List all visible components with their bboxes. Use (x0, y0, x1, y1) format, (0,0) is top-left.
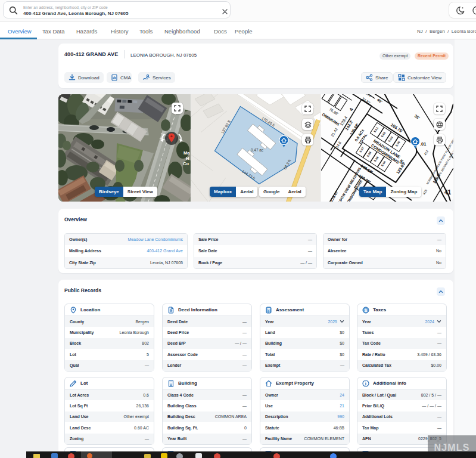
svg-text:.01: .01 (420, 141, 426, 147)
svg-text:Ma: Ma (183, 150, 190, 156)
svg-text:0.47 ac: 0.47 ac (251, 148, 264, 152)
svg-text:H: H (186, 156, 189, 161)
svg-text:41: 41 (444, 189, 452, 196)
svg-text:Co: Co (183, 161, 189, 166)
